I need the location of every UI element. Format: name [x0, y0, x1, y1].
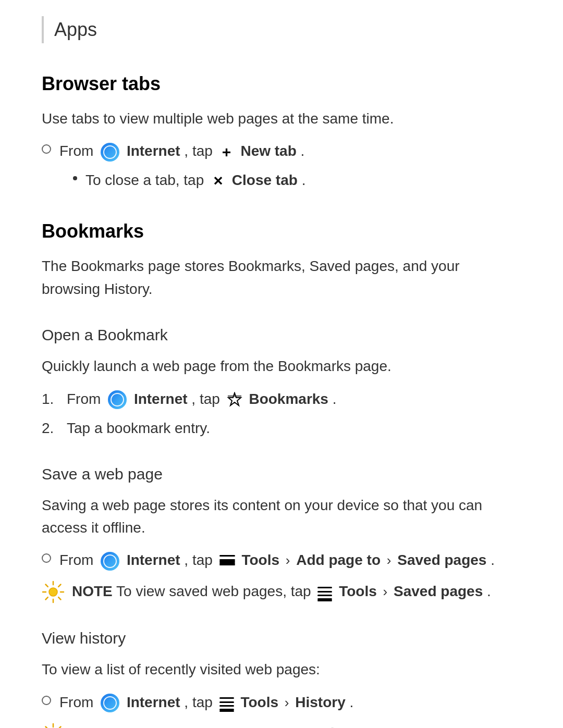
- list-item: From Internet , tap Tools › History .: [42, 692, 521, 713]
- tools-hamburger-icon-note: [317, 587, 332, 598]
- browser-tabs-list: From Internet , tap New tab . To close a…: [42, 140, 521, 191]
- view-history-subheading: View history: [42, 626, 521, 650]
- internet-app-icon: [108, 390, 127, 409]
- tools-hamburger-icon-history: [219, 697, 234, 709]
- bullet-dot-icon: [73, 176, 77, 180]
- tools-hamburger-icon: [219, 555, 235, 567]
- browser-tabs-section: Browser tabs Use tabs to view multiple w…: [42, 70, 521, 191]
- view-history-description: To view a list of recently visited web p…: [42, 658, 521, 681]
- svg-line-9: [58, 585, 60, 587]
- save-webpage-subheading: Save a web page: [42, 462, 521, 486]
- bullet-circle-icon: [42, 144, 51, 154]
- list-item: To close a tab, tap Close tab .: [42, 169, 521, 191]
- instruction-text: To close a tab, tap Close tab .: [85, 169, 305, 191]
- list-item: 2. Tap a bookmark entry.: [42, 417, 521, 439]
- internet-app-icon: [101, 694, 119, 712]
- list-item: From Internet , tap Tools › Add page to …: [42, 549, 521, 571]
- internet-app-icon: [101, 552, 119, 571]
- bookmarks-section: Bookmarks The Bookmarks page stores Book…: [42, 217, 521, 728]
- svg-marker-0: [228, 393, 241, 405]
- note-sun-icon: [42, 581, 65, 603]
- bookmarks-description: The Bookmarks page stores Bookmarks, Sav…: [42, 255, 521, 300]
- instruction-text: From Internet , tap Bookmarks .: [67, 388, 336, 410]
- list-item: 1. From Internet , tap Bookmarks .: [42, 388, 521, 410]
- save-webpage-list: From Internet , tap Tools › Add page to …: [42, 549, 521, 571]
- list-item: From Internet , tap New tab .: [42, 140, 521, 162]
- tip-sun-icon: [42, 723, 65, 728]
- apps-title: Apps: [54, 16, 97, 44]
- apps-header: Apps: [42, 16, 521, 44]
- tip-text: TIP To clear your browsing history, tap …: [72, 723, 521, 728]
- svg-line-7: [46, 585, 48, 587]
- bookmarks-heading: Bookmarks: [42, 217, 521, 245]
- instruction-text: From Internet , tap New tab .: [59, 140, 304, 162]
- close-tab-icon: [211, 174, 225, 189]
- save-webpage-description: Saving a web page stores its content on …: [42, 494, 521, 539]
- numbered-label: 2.: [42, 417, 67, 439]
- page-container: Apps Browser tabs Use tabs to view multi…: [0, 0, 563, 728]
- bullet-circle-icon: [42, 553, 51, 563]
- note-row: NOTE To view saved web pages, tap Tools …: [42, 581, 521, 603]
- svg-line-10: [46, 598, 48, 600]
- svg-line-8: [58, 598, 60, 600]
- internet-app-icon: [101, 143, 119, 162]
- more-options-icon: ⋮: [325, 723, 339, 728]
- instruction-text: From Internet , tap Tools › History .: [59, 692, 353, 713]
- instruction-text: From Internet , tap Tools › Add page to …: [59, 549, 495, 571]
- open-bookmark-description: Quickly launch a web page from the Bookm…: [42, 355, 521, 377]
- tip-row: TIP To clear your browsing history, tap …: [42, 723, 521, 728]
- note-text: NOTE To view saved web pages, tap Tools …: [72, 581, 521, 602]
- bullet-circle-icon: [42, 696, 51, 705]
- bookmarks-star-icon: [227, 392, 242, 408]
- apps-border-line: [42, 16, 44, 43]
- svg-point-2: [49, 588, 57, 596]
- view-history-list: From Internet , tap Tools › History .: [42, 692, 521, 713]
- open-bookmark-list: 1. From Internet , tap Bookmarks .: [42, 388, 521, 439]
- browser-tabs-heading: Browser tabs: [42, 70, 521, 98]
- instruction-text: Tap a bookmark entry.: [67, 417, 210, 439]
- numbered-label: 1.: [42, 388, 67, 410]
- browser-tabs-description: Use tabs to view multiple web pages at t…: [42, 107, 521, 130]
- open-bookmark-subheading: Open a Bookmark: [42, 323, 521, 347]
- new-tab-plus-icon: [219, 145, 234, 159]
